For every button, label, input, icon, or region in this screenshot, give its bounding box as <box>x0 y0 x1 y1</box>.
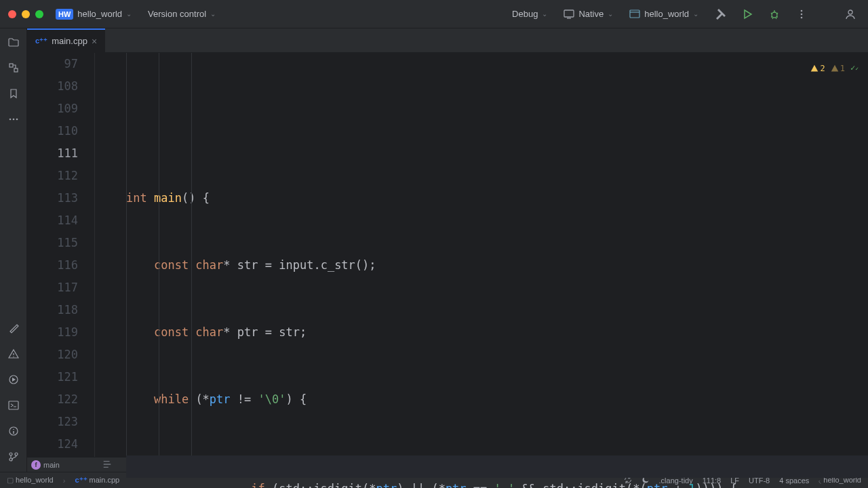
titlebar: HW hello_world ⌄ Version control ⌄ Debug… <box>0 0 868 28</box>
svg-point-3 <box>801 9 803 12</box>
tab-main-cpp[interactable]: c⁺⁺ main.cpp × <box>27 28 105 52</box>
svg-point-5 <box>801 16 803 18</box>
svg-rect-7 <box>9 64 13 67</box>
run-tool-button[interactable] <box>3 369 24 390</box>
main-area: c⁺⁺ main.cpp × 97108109 110111112 113114… <box>0 28 868 472</box>
bookmark-icon <box>8 88 19 99</box>
chevron-down-icon: ⌄ <box>608 10 613 18</box>
warning-icon <box>8 348 19 359</box>
chevron-down-icon: ⌄ <box>542 10 547 18</box>
project-tool-button[interactable] <box>3 31 24 53</box>
cpp-file-icon: c⁺⁺ <box>75 476 89 484</box>
svg-point-2 <box>772 12 777 18</box>
minimize-window-button[interactable] <box>22 10 30 18</box>
tab-label: main.cpp <box>52 36 87 46</box>
vcs-selector[interactable]: Version control ⌄ <box>144 6 220 22</box>
run-config-selector[interactable]: Debug ⌄ <box>508 6 551 22</box>
close-tab-button[interactable]: × <box>92 36 97 47</box>
navbar-project[interactable]: ▢ hello_world <box>7 476 54 485</box>
problems-tool-button[interactable] <box>3 343 24 365</box>
application-icon <box>629 9 640 20</box>
run-target-selector[interactable]: hello_world ⌄ <box>625 6 703 22</box>
checkmark-icon[interactable]: ✓✓ <box>850 57 859 80</box>
project-name: hello_world <box>77 9 122 19</box>
gutter-marker-icon[interactable] <box>102 459 113 470</box>
svg-rect-1 <box>630 10 639 18</box>
editor-tabs: c⁺⁺ main.cpp × <box>27 28 868 53</box>
line-number-gutter: 97108109 110111112 113114115 116117118 1… <box>27 53 95 457</box>
svg-rect-0 <box>564 10 574 17</box>
navbar-file[interactable]: c⁺⁺ main.cpp <box>75 476 119 485</box>
breadcrumb-label: main <box>43 461 60 469</box>
monitor-icon <box>564 9 574 20</box>
tool-rail-left <box>0 28 27 472</box>
hammer-icon <box>715 9 726 20</box>
code-content: int main() { const char* str = input.c_s… <box>95 53 868 457</box>
svg-point-17 <box>9 458 12 461</box>
run-target-label: hello_world <box>644 9 689 19</box>
svg-rect-8 <box>14 68 18 72</box>
structure-icon <box>8 62 19 73</box>
info-icon <box>8 426 19 436</box>
vcs-label: Version control <box>148 9 206 19</box>
inspection-indicators[interactable]: 2 1 ✓✓ <box>810 57 859 80</box>
project-badge: HW <box>56 9 73 20</box>
draw-tool-button[interactable] <box>3 317 24 339</box>
chevron-down-icon: ⌄ <box>126 10 132 18</box>
close-window-button[interactable] <box>8 10 16 18</box>
project-selector[interactable]: HW hello_world ⌄ <box>52 6 136 22</box>
run-config-label: Debug <box>512 9 538 19</box>
play-icon <box>742 9 753 20</box>
window-controls <box>8 10 43 18</box>
function-icon: f <box>31 460 41 470</box>
warnings-badge[interactable]: 2 <box>810 58 825 80</box>
folder-icon <box>8 37 19 47</box>
build-button[interactable] <box>711 6 730 22</box>
target-selector[interactable]: Native ⌄ <box>559 6 617 22</box>
svg-point-16 <box>15 453 18 455</box>
svg-point-9 <box>9 119 11 121</box>
maximize-window-button[interactable] <box>35 10 43 18</box>
debug-button[interactable] <box>765 6 784 22</box>
svg-point-6 <box>848 10 852 14</box>
editor-area: c⁺⁺ main.cpp × 97108109 110111112 113114… <box>27 28 868 472</box>
user-icon <box>845 9 856 20</box>
run-button[interactable] <box>738 6 757 22</box>
vcs-tool-button[interactable] <box>3 446 24 468</box>
target-label: Native <box>578 9 604 19</box>
terminal-icon <box>8 400 19 411</box>
svg-point-4 <box>801 13 803 15</box>
play-circle-icon <box>8 374 19 385</box>
more-button[interactable] <box>792 6 811 22</box>
weak-warnings-badge[interactable]: 1 <box>831 58 845 80</box>
bookmarks-tool-button[interactable] <box>3 83 24 104</box>
svg-point-15 <box>9 453 12 455</box>
chevron-down-icon: ⌄ <box>210 10 216 18</box>
structure-tool-button[interactable] <box>3 57 24 79</box>
code-editor[interactable]: 97108109 110111112 113114115 116117118 1… <box>27 53 868 457</box>
event-log-button[interactable] <box>3 420 24 442</box>
chevron-down-icon: ⌄ <box>693 10 698 18</box>
account-button[interactable] <box>841 6 860 22</box>
more-horizontal-icon <box>8 114 19 125</box>
breadcrumb-function[interactable]: f main <box>31 460 60 470</box>
brush-icon <box>8 323 19 333</box>
svg-point-10 <box>12 119 14 121</box>
branch-icon <box>8 451 19 462</box>
more-tools-button[interactable] <box>3 108 24 130</box>
more-vertical-icon <box>796 9 807 20</box>
bug-icon <box>769 9 780 20</box>
cpp-file-icon: c⁺⁺ <box>35 37 47 45</box>
terminal-tool-button[interactable] <box>3 394 24 416</box>
svg-point-11 <box>16 119 18 121</box>
